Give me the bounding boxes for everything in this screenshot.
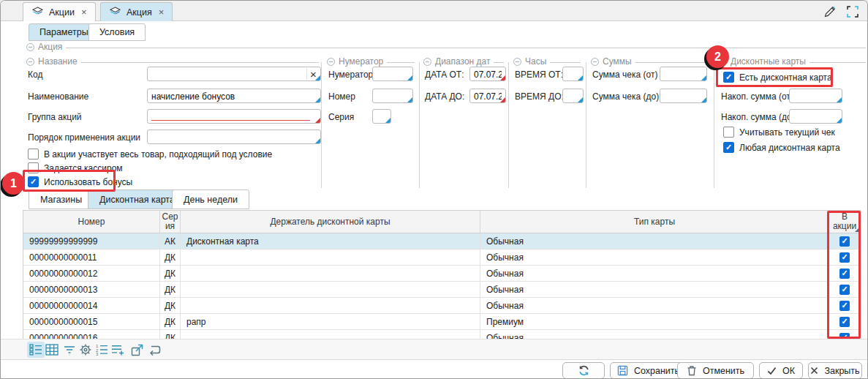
- time-to-input[interactable]: [563, 90, 583, 103]
- checkbox[interactable]: [723, 72, 734, 83]
- table-row[interactable]: 00000000000015 ДК рапр Премиум: [23, 314, 860, 330]
- nakop-to-input[interactable]: [790, 110, 842, 124]
- sum-to-field[interactable]: [660, 89, 707, 103]
- cb-any-card-row[interactable]: Любая дисконтная карта: [723, 142, 840, 153]
- nakop-from-input[interactable]: [790, 90, 842, 103]
- date-from-field[interactable]: [469, 67, 506, 81]
- numbered-list-icon[interactable]: 123: [93, 342, 110, 358]
- row-checkbox[interactable]: [839, 252, 850, 263]
- gruppa-field[interactable]: [147, 109, 321, 124]
- tab-magaziny[interactable]: Магазины: [29, 190, 94, 209]
- nomer-input[interactable]: [373, 90, 412, 103]
- button-label: Отменить: [703, 366, 744, 376]
- poryadok-field[interactable]: [147, 130, 321, 144]
- tab-close-icon[interactable]: ×: [81, 7, 87, 18]
- open-external-icon[interactable]: [128, 342, 146, 358]
- refresh-button[interactable]: [562, 362, 605, 379]
- ok-button[interactable]: ОК: [759, 362, 803, 379]
- date-to-input[interactable]: [470, 90, 505, 103]
- nomer-field[interactable]: [372, 89, 413, 103]
- numerator-field[interactable]: [372, 67, 413, 81]
- doc-tab-akcii[interactable]: Акции ×: [23, 2, 96, 21]
- settings-gear-icon[interactable]: [77, 342, 94, 358]
- cell-card-type: Обычная: [480, 249, 829, 265]
- col-in-action[interactable]: В акции: [829, 211, 860, 233]
- nakop-to-field[interactable]: [789, 109, 842, 124]
- doc-tab-akciya[interactable]: Акция ×: [100, 2, 173, 21]
- filter-icon[interactable]: [61, 342, 78, 358]
- time-from-field[interactable]: [562, 67, 584, 81]
- time-from-label: ВРЕМЯ ОТ:: [515, 70, 563, 80]
- row-checkbox[interactable]: [839, 285, 850, 295]
- fullscreen-icon[interactable]: [847, 6, 858, 20]
- row-checkbox[interactable]: [839, 301, 850, 311]
- row-checkbox[interactable]: [839, 269, 850, 279]
- seriya-input[interactable]: [373, 110, 390, 124]
- naimenovanie-input[interactable]: [148, 90, 320, 103]
- cell-holder: [181, 282, 480, 297]
- clear-icon[interactable]: ×: [306, 68, 320, 80]
- cb-current-check-row[interactable]: Учитывать текущий чек: [723, 127, 835, 138]
- row-checkbox[interactable]: [839, 317, 850, 327]
- table-row[interactable]: 00000000000011 ДК Обычная: [23, 249, 860, 266]
- collapse-icon[interactable]: [26, 58, 34, 66]
- checkbox[interactable]: [28, 176, 39, 187]
- tab-den-nedeli[interactable]: День недели: [172, 190, 249, 209]
- table-row[interactable]: 99999999999999 АК Дисконтная карта Обычн…: [23, 233, 860, 249]
- cb-all-goods-row[interactable]: В акции участвует весь товар, подходящий…: [28, 149, 272, 160]
- checkbox[interactable]: [723, 127, 734, 138]
- table-row[interactable]: 00000000000012 ДК Обычная: [23, 266, 860, 282]
- date-to-field[interactable]: [469, 89, 506, 103]
- cancel-button[interactable]: Отменить: [677, 362, 754, 379]
- close-button[interactable]: Закрыть: [808, 362, 862, 379]
- numerator-input[interactable]: [373, 68, 412, 81]
- cell-number: 00000000000015: [23, 314, 160, 329]
- row-checkbox[interactable]: [839, 333, 850, 339]
- col-holder[interactable]: Держатель дисконтной карты: [181, 211, 480, 233]
- table-row[interactable]: 00000000000013 ДК Обычная: [23, 282, 860, 298]
- date-from-input[interactable]: [470, 68, 505, 81]
- col-card-type[interactable]: Тип карты: [480, 211, 829, 233]
- grid-view-icon[interactable]: [43, 342, 61, 358]
- cell-holder: [181, 330, 480, 339]
- time-from-input[interactable]: [563, 68, 583, 81]
- reload-icon[interactable]: [146, 342, 163, 358]
- list-view-icon[interactable]: [27, 342, 45, 358]
- checkbox[interactable]: [28, 149, 39, 160]
- sum-from-input[interactable]: [660, 68, 706, 81]
- collapse-icon[interactable]: [327, 58, 335, 66]
- row-checkbox[interactable]: [839, 236, 850, 247]
- time-to-field[interactable]: [562, 89, 584, 103]
- collapse-icon[interactable]: [26, 43, 34, 51]
- collapse-icon[interactable]: [513, 58, 521, 66]
- collapse-icon[interactable]: [423, 58, 431, 66]
- cb-cashier-row[interactable]: Задается кассиром: [28, 162, 123, 173]
- gruppa-input[interactable]: [148, 110, 320, 124]
- collapse-icon[interactable]: [591, 58, 599, 66]
- group-title: Часы: [525, 56, 546, 67]
- kod-input[interactable]: [148, 68, 320, 81]
- nakop-from-field[interactable]: [789, 89, 842, 103]
- edit-pencil-icon[interactable]: [823, 5, 837, 21]
- collapse-icon[interactable]: [719, 58, 727, 66]
- sum-to-input[interactable]: [660, 90, 706, 103]
- table-row[interactable]: 00000000000014 ДК Обычная: [23, 298, 860, 314]
- sum-from-field[interactable]: [660, 67, 707, 81]
- kod-field[interactable]: ×: [147, 67, 321, 81]
- checkbox[interactable]: [28, 162, 39, 173]
- tab-usloviya[interactable]: Условия: [88, 23, 146, 41]
- cb-has-card-row[interactable]: Есть дисконтная карта: [723, 72, 832, 83]
- col-number[interactable]: Номер: [23, 211, 160, 233]
- layers-icon: [31, 7, 44, 18]
- table-row[interactable]: 00000000000016 ДК Обычная: [23, 330, 860, 339]
- cell-series: ДК: [160, 249, 181, 265]
- cb-use-bonus-row[interactable]: Использовать бонусы: [28, 176, 132, 187]
- poryadok-input[interactable]: [148, 131, 320, 144]
- seriya-field[interactable]: [372, 109, 391, 124]
- add-row-icon[interactable]: [109, 342, 127, 358]
- col-series[interactable]: Серия: [160, 211, 181, 233]
- tab-close-icon[interactable]: ×: [159, 7, 165, 18]
- naimenovanie-field[interactable]: [147, 89, 321, 103]
- save-button[interactable]: Сохранить: [610, 362, 687, 379]
- checkbox[interactable]: [723, 142, 734, 153]
